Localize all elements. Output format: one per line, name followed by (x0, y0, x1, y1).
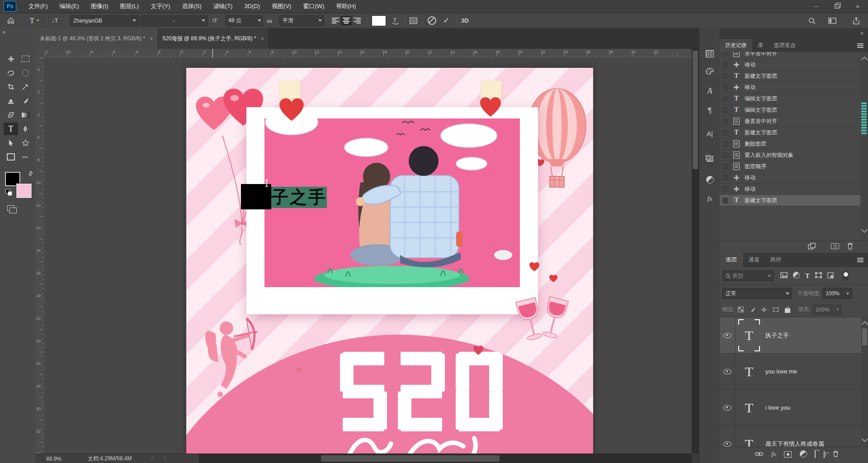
layer-name[interactable]: 执子之手 (765, 331, 789, 340)
layer-filter-search[interactable]: 类型 (722, 270, 774, 281)
document-tab-520-poster[interactable]: 520海报 @ 89.9% (执子之手, RGB/8) *× (158, 28, 269, 49)
opacity-value[interactable]: 100% (822, 288, 852, 299)
menu-help[interactable]: 帮助(H) (330, 0, 362, 13)
marquee-tool[interactable] (18, 52, 33, 65)
home-button[interactable] (7, 13, 14, 28)
vertical-scrollbar[interactable] (692, 49, 699, 454)
menu-window[interactable]: 窗口(W) (297, 0, 330, 13)
type-tool[interactable]: T (4, 123, 18, 135)
layers-scrollbar[interactable] (861, 317, 868, 447)
menu-layer[interactable]: 图层(L) (114, 0, 145, 13)
history-step[interactable]: T编辑文字图层 (720, 104, 860, 116)
align-left-button[interactable] (330, 16, 341, 26)
history-step[interactable]: 移动 (720, 59, 860, 71)
crop-tool[interactable] (4, 80, 18, 93)
restore-button[interactable] (826, 0, 847, 13)
workspace-switcher[interactable] (828, 13, 836, 28)
path-selection-tool[interactable] (4, 137, 18, 149)
scroll-up-icon[interactable] (862, 321, 868, 327)
filter-shape-layers-icon[interactable] (815, 272, 822, 279)
tab-channels[interactable]: 通道 (743, 252, 765, 267)
document-canvas[interactable]: 520 (186, 68, 593, 454)
eyedropper-tool[interactable] (18, 80, 33, 93)
layer-thumbnail[interactable]: T (736, 354, 763, 389)
custom-shape-tool[interactable] (18, 137, 33, 149)
text-selection-highlight[interactable]: 子之手 (271, 187, 327, 208)
quick-selection-tool[interactable] (18, 66, 33, 79)
menu-view[interactable]: 视图(V) (266, 0, 297, 13)
brush-tool[interactable] (18, 94, 33, 107)
lasso-tool[interactable] (4, 66, 18, 79)
history-scrollbar[interactable] (860, 52, 868, 241)
delete-layer-button[interactable] (833, 450, 839, 458)
swatches-panel-button[interactable] (699, 46, 720, 61)
minimize-button[interactable]: − (806, 0, 826, 13)
font-family-select[interactable]: ZhenyanGB (70, 15, 139, 26)
color-panel-button[interactable] (699, 63, 720, 79)
text-selection-block[interactable] (241, 184, 271, 209)
swap-colors-icon[interactable]: ⇄ (26, 169, 34, 177)
history-step[interactable]: 删除图层 (720, 138, 860, 150)
add-mask-button[interactable] (784, 451, 792, 458)
menu-file[interactable]: 文件(F) (23, 0, 54, 13)
more-tools-button[interactable]: ••• (18, 151, 33, 163)
text-orientation-toggle[interactable]: ↓T (52, 13, 58, 28)
layer-row-selected[interactable]: T 执子之手 (720, 317, 868, 354)
lock-position-icon[interactable] (758, 307, 770, 312)
scroll-down-icon[interactable] (862, 436, 868, 442)
new-snapshot-icon[interactable] (831, 243, 839, 249)
history-step[interactable]: T编辑文字图层 (720, 93, 860, 104)
layer-thumbnail[interactable]: T (736, 390, 763, 425)
styles-panel-button[interactable]: fx (699, 191, 720, 206)
status-next-arrow[interactable]: 〉 (151, 455, 156, 463)
paragraph-panel-button[interactable]: ¶ (699, 103, 720, 118)
new-group-button[interactable] (815, 451, 816, 458)
new-adjustment-layer-button[interactable] (800, 450, 807, 459)
filter-pixel-layers-icon[interactable] (780, 272, 788, 279)
history-step[interactable]: 水平居中对齐 (720, 52, 860, 59)
tab-layers[interactable]: 图层 (720, 252, 743, 267)
menu-3d[interactable]: 3D(D) (238, 0, 266, 13)
document-tab-untitled[interactable]: 未标题-1 @ 46.3% (形状 2 拷贝 3, RGB/8) *× (35, 28, 158, 49)
gradient-tool[interactable] (18, 109, 33, 121)
align-center-button[interactable] (341, 16, 352, 26)
pen-tool[interactable] (18, 123, 33, 135)
lock-artboard-icon[interactable] (770, 307, 782, 312)
menu-image[interactable]: 图像(I) (85, 0, 114, 13)
move-tool[interactable] (4, 52, 18, 65)
layer-name[interactable]: 愿天下有情人终成眷属 (765, 440, 824, 447)
history-step[interactable]: 移动 (720, 184, 860, 195)
layers-scrollbar-thumb[interactable] (862, 328, 867, 345)
tab-history[interactable]: 历史记录 (720, 39, 752, 52)
default-colors-icon[interactable] (5, 189, 10, 194)
menu-filter[interactable]: 滤镜(T) (208, 0, 239, 13)
layer-row[interactable]: T you love me (720, 354, 868, 390)
layer-style-button[interactable]: fx (771, 451, 776, 458)
lock-all-icon[interactable] (782, 306, 793, 313)
close-tab-icon[interactable]: × (260, 35, 264, 42)
character-panel-button[interactable]: A| (699, 126, 720, 141)
visibility-toggle[interactable] (720, 426, 736, 447)
zoom-level-field[interactable]: 89.9% (46, 456, 61, 462)
panel-menu-icon[interactable] (857, 45, 863, 46)
layer-row[interactable]: T 愿天下有情人终成眷属 (720, 426, 868, 447)
visibility-toggle[interactable] (720, 317, 736, 353)
history-step[interactable]: T新建文字图层 (720, 127, 860, 138)
history-step[interactable]: 移动 (720, 82, 860, 93)
panel-menu-icon[interactable] (857, 260, 863, 260)
cancel-edits-button[interactable] (428, 13, 436, 28)
horizontal-scrollbar[interactable] (199, 454, 692, 463)
filter-adjustment-layers-icon[interactable] (793, 272, 800, 280)
scroll-up-icon[interactable] (861, 57, 868, 63)
clone-stamp-tool[interactable] (4, 94, 18, 107)
layer-thumbnail[interactable]: T (736, 426, 763, 447)
history-step-selected[interactable]: T新建文字图层 (720, 195, 860, 206)
history-step[interactable]: 垂直居中对齐 (720, 116, 860, 127)
visibility-toggle[interactable] (720, 354, 736, 389)
lock-image-icon[interactable] (746, 307, 758, 312)
vertical-scrollbar-thumb[interactable] (693, 51, 698, 169)
menu-type[interactable]: 文字(Y) (145, 0, 176, 13)
eraser-tool[interactable] (4, 109, 18, 121)
collapse-tools-button[interactable]: « (2, 29, 5, 35)
close-button[interactable]: × (847, 0, 868, 13)
